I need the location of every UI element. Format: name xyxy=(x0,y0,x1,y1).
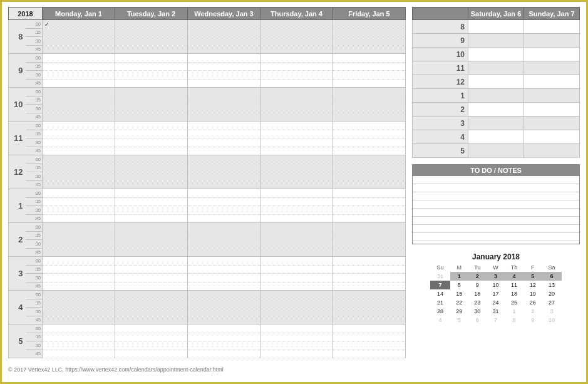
time-slot[interactable] xyxy=(115,105,188,113)
time-slot[interactable] xyxy=(115,257,188,266)
time-slot[interactable] xyxy=(333,231,406,240)
time-slot[interactable] xyxy=(333,172,406,181)
time-slot[interactable] xyxy=(115,308,188,316)
mini-day[interactable]: 1 xyxy=(505,307,524,316)
time-slot[interactable] xyxy=(333,291,406,299)
time-slot[interactable] xyxy=(43,274,115,283)
weekend-slot[interactable] xyxy=(524,20,580,34)
time-slot[interactable] xyxy=(115,197,188,206)
time-slot[interactable] xyxy=(188,223,260,232)
mini-day[interactable]: 9 xyxy=(524,316,542,324)
time-slot[interactable] xyxy=(43,62,115,71)
mini-day[interactable]: 25 xyxy=(505,298,524,307)
time-slot[interactable] xyxy=(115,231,188,240)
time-slot[interactable] xyxy=(43,180,115,189)
time-slot[interactable] xyxy=(115,223,188,232)
time-slot[interactable] xyxy=(115,155,188,164)
time-slot[interactable] xyxy=(115,147,188,155)
time-slot[interactable] xyxy=(43,308,115,316)
mini-day[interactable]: 17 xyxy=(487,289,505,298)
mini-day[interactable]: 5 xyxy=(450,316,468,324)
time-slot[interactable] xyxy=(188,206,260,215)
time-slot[interactable] xyxy=(333,96,406,105)
time-slot[interactable] xyxy=(333,206,406,215)
time-slot[interactable] xyxy=(43,113,115,122)
time-slot[interactable] xyxy=(43,240,115,249)
time-slot[interactable] xyxy=(188,265,260,274)
time-slot[interactable] xyxy=(260,180,333,189)
time-slot[interactable] xyxy=(260,20,333,29)
mini-day[interactable]: 4 xyxy=(430,316,450,324)
time-slot[interactable] xyxy=(188,341,260,350)
time-slot[interactable] xyxy=(188,138,260,147)
time-slot[interactable] xyxy=(188,122,260,130)
time-slot[interactable] xyxy=(333,45,406,54)
time-slot[interactable] xyxy=(260,299,333,308)
mini-day[interactable]: 20 xyxy=(542,289,562,298)
weekend-slot[interactable] xyxy=(524,117,580,130)
time-slot[interactable] xyxy=(115,350,188,358)
todo-lines[interactable] xyxy=(413,176,579,244)
time-slot[interactable] xyxy=(260,265,333,274)
time-slot[interactable] xyxy=(260,28,333,37)
time-slot[interactable] xyxy=(333,274,406,283)
time-slot[interactable] xyxy=(333,350,406,358)
time-slot[interactable] xyxy=(43,155,115,164)
time-slot[interactable] xyxy=(115,240,188,249)
time-slot[interactable] xyxy=(333,324,406,333)
mini-day[interactable]: 8 xyxy=(450,281,468,289)
weekend-slot[interactable] xyxy=(468,89,524,103)
mini-day[interactable]: 16 xyxy=(468,289,487,298)
time-slot[interactable] xyxy=(115,45,188,54)
time-slot[interactable] xyxy=(260,324,333,333)
mini-day[interactable]: 28 xyxy=(430,307,450,316)
time-slot[interactable] xyxy=(260,71,333,80)
time-slot[interactable] xyxy=(43,214,115,223)
mini-day[interactable]: 4 xyxy=(505,272,524,281)
time-slot[interactable] xyxy=(115,180,188,189)
time-slot[interactable] xyxy=(188,274,260,283)
time-slot[interactable] xyxy=(260,240,333,249)
time-slot[interactable] xyxy=(333,163,406,172)
time-slot[interactable] xyxy=(115,214,188,223)
time-slot[interactable] xyxy=(115,163,188,172)
time-slot[interactable] xyxy=(188,155,260,164)
time-slot[interactable] xyxy=(260,79,333,88)
mini-day[interactable]: 14 xyxy=(430,289,450,298)
mini-day[interactable]: 7 xyxy=(430,281,450,289)
time-slot[interactable] xyxy=(333,37,406,46)
mini-day[interactable]: 30 xyxy=(468,307,487,316)
weekend-slot[interactable] xyxy=(468,103,524,117)
time-slot[interactable] xyxy=(260,257,333,266)
time-slot[interactable] xyxy=(188,147,260,155)
time-slot[interactable] xyxy=(43,282,115,291)
time-slot[interactable] xyxy=(333,71,406,80)
time-slot[interactable] xyxy=(333,79,406,88)
time-slot[interactable] xyxy=(260,130,333,138)
time-slot[interactable] xyxy=(188,197,260,206)
time-slot[interactable] xyxy=(43,316,115,324)
time-slot[interactable] xyxy=(260,88,333,96)
mini-day[interactable]: 8 xyxy=(505,316,524,324)
time-slot[interactable] xyxy=(188,71,260,80)
time-slot[interactable] xyxy=(115,122,188,130)
time-slot[interactable] xyxy=(333,105,406,113)
time-slot[interactable] xyxy=(43,257,115,266)
time-slot[interactable] xyxy=(188,248,260,257)
time-slot[interactable] xyxy=(43,147,115,155)
time-slot[interactable] xyxy=(188,37,260,46)
time-slot[interactable] xyxy=(188,172,260,181)
mini-day[interactable]: 3 xyxy=(542,307,562,316)
time-slot[interactable] xyxy=(260,291,333,299)
time-slot[interactable] xyxy=(43,189,115,198)
time-slot[interactable] xyxy=(333,299,406,308)
time-slot[interactable] xyxy=(333,28,406,37)
time-slot[interactable] xyxy=(260,155,333,164)
time-slot[interactable] xyxy=(188,324,260,333)
time-slot[interactable] xyxy=(115,265,188,274)
time-slot[interactable] xyxy=(43,197,115,206)
mini-day[interactable]: 26 xyxy=(524,298,542,307)
time-slot[interactable] xyxy=(188,316,260,324)
time-slot[interactable] xyxy=(333,316,406,324)
time-slot[interactable] xyxy=(115,282,188,291)
